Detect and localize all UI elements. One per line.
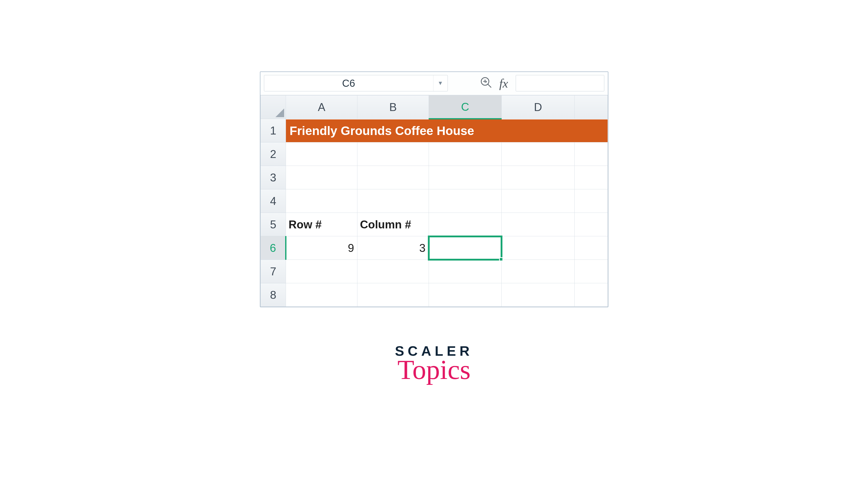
zoom-icon[interactable] [480, 76, 493, 90]
col-header-A[interactable]: A [286, 95, 358, 119]
col-header-C[interactable]: C [428, 95, 502, 119]
logo-line2: Topics [395, 357, 473, 382]
cell-C6-selected[interactable] [428, 236, 502, 260]
cell-D6[interactable] [502, 236, 575, 260]
cell-B7[interactable] [357, 260, 428, 283]
cell-E7[interactable] [575, 260, 608, 283]
cell-A2[interactable] [286, 143, 358, 166]
cell-C2[interactable] [428, 143, 502, 166]
row-header-6[interactable]: 6 [260, 236, 286, 260]
cell-C4[interactable] [428, 189, 502, 213]
row-header-8[interactable]: 8 [260, 283, 286, 307]
name-box-value: C6 [264, 77, 433, 89]
cell-D4[interactable] [502, 189, 575, 213]
fx-icon[interactable]: fx [499, 76, 508, 90]
cell-C8[interactable] [428, 283, 502, 307]
toolbar-icon-group: fx [480, 76, 508, 90]
name-box[interactable]: C6 ▼ [264, 75, 448, 91]
cell-B2[interactable] [357, 143, 428, 166]
row-header-3[interactable]: 3 [260, 166, 286, 189]
cell-B5[interactable]: Column # [357, 213, 428, 236]
cell-A8[interactable] [286, 283, 358, 307]
row-header-4[interactable]: 4 [260, 189, 286, 213]
cell-B3[interactable] [357, 166, 428, 189]
cell-E5[interactable] [575, 213, 608, 236]
row-header-5[interactable]: 5 [260, 213, 286, 236]
name-box-dropdown-icon[interactable]: ▼ [433, 75, 447, 91]
cell-C5[interactable] [428, 213, 502, 236]
col-header-D[interactable]: D [502, 95, 575, 119]
cell-D2[interactable] [502, 143, 575, 166]
select-all-corner[interactable] [260, 95, 286, 119]
cell-B6[interactable]: 3 [357, 236, 428, 260]
cell-B8[interactable] [357, 283, 428, 307]
col-header-B[interactable]: B [357, 95, 428, 119]
logo: SCALER Topics [395, 343, 473, 382]
cell-C3[interactable] [428, 166, 502, 189]
cell-E8[interactable] [575, 283, 608, 307]
cell-D3[interactable] [502, 166, 575, 189]
cell-title[interactable]: Friendly Grounds Coffee House [286, 119, 608, 143]
cell-C7[interactable] [428, 260, 502, 283]
cell-E3[interactable] [575, 166, 608, 189]
cell-A7[interactable] [286, 260, 358, 283]
cell-E2[interactable] [575, 143, 608, 166]
row-header-7[interactable]: 7 [260, 260, 286, 283]
formula-bar-input[interactable] [516, 75, 604, 91]
cell-E6[interactable] [575, 236, 608, 260]
cell-D8[interactable] [502, 283, 575, 307]
cell-D5[interactable] [502, 213, 575, 236]
svg-line-1 [488, 84, 491, 87]
corner-triangle-icon [276, 108, 284, 117]
spreadsheet-grid[interactable]: A B C D 1 Friendly Grounds Coffee House … [260, 95, 608, 307]
cell-A4[interactable] [286, 189, 358, 213]
cell-A5[interactable]: Row # [286, 213, 358, 236]
cell-A6[interactable]: 9 [286, 236, 358, 260]
cell-B4[interactable] [357, 189, 428, 213]
spreadsheet-window: C6 ▼ fx A B C D [260, 72, 608, 307]
cell-D7[interactable] [502, 260, 575, 283]
row-header-2[interactable]: 2 [260, 143, 286, 166]
formula-toolbar: C6 ▼ fx [260, 72, 608, 95]
cell-E4[interactable] [575, 189, 608, 213]
col-header-E[interactable] [575, 95, 608, 119]
row-header-1[interactable]: 1 [260, 119, 286, 143]
grid: A B C D 1 Friendly Grounds Coffee House … [260, 95, 608, 307]
cell-A3[interactable] [286, 166, 358, 189]
fill-handle[interactable] [499, 257, 503, 261]
